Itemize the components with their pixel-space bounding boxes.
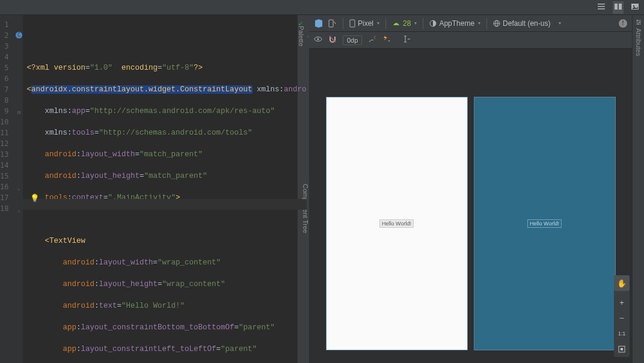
theme-label: AppTheme xyxy=(439,19,474,28)
globe-icon xyxy=(493,20,500,27)
preview-toolbar: Pixel▾ 28▾ AppTheme▾ Default (en-us)▾ ! xyxy=(309,15,632,32)
line-number: 5 xyxy=(0,63,23,73)
line-number: 14 xyxy=(0,160,23,171)
orientation-icon[interactable] xyxy=(327,19,337,28)
hello-textview[interactable]: Hello World! xyxy=(379,219,414,228)
line-number: 13 xyxy=(0,149,23,160)
phone-icon xyxy=(349,19,355,28)
code-area[interactable]: ✓ 💡 <?xml version="1.0" encoding="utf-8"… xyxy=(23,15,306,363)
line-number: 10 xyxy=(0,117,23,127)
svg-rect-11 xyxy=(350,20,355,27)
line-number: 6 xyxy=(0,73,23,84)
guidelines-icon[interactable] xyxy=(403,35,411,45)
svg-rect-0 xyxy=(598,4,605,5)
zoom-controls: ✋ + − 1:1 xyxy=(614,275,630,357)
device-design-view[interactable]: Hello World! xyxy=(326,97,468,350)
gutter: 1 2 3 4 5 6 7 8 9 10 11 12 13 14 15 16 1… xyxy=(0,15,23,363)
device-blueprint-view[interactable]: Hello World! xyxy=(474,97,616,350)
line-number: 15 xyxy=(0,171,23,182)
svg-rect-25 xyxy=(621,348,623,350)
device-selector[interactable]: Pixel▾ xyxy=(349,19,379,28)
split-view-icon[interactable] xyxy=(613,1,624,14)
api-label: 28 xyxy=(403,19,411,28)
layout-preview: Pixel▾ 28▾ AppTheme▾ Default (en-us)▾ ! … xyxy=(309,15,632,363)
svg-rect-2 xyxy=(598,8,605,10)
preview-canvas[interactable]: Hello World! Hello World! ✋ + − 1:1 xyxy=(309,49,632,363)
zoom-fit-icon[interactable] xyxy=(614,341,630,357)
svg-rect-4 xyxy=(619,4,622,10)
svg-point-29 xyxy=(636,20,637,21)
api-selector[interactable]: 28▾ xyxy=(392,19,417,28)
intention-bulb-icon[interactable]: 💡 xyxy=(30,194,40,204)
fold-end-icon: ⌞ xyxy=(15,204,20,210)
attributes-tab[interactable]: Attributes xyxy=(632,15,644,363)
view-options-icon[interactable] xyxy=(314,35,322,45)
infer-constraints-icon[interactable] xyxy=(382,35,391,45)
clear-constraints-icon[interactable] xyxy=(368,35,376,45)
code-editor: 1 2 3 4 5 6 7 8 9 10 11 12 13 14 15 16 1… xyxy=(0,15,297,363)
android-icon xyxy=(392,20,400,26)
warnings-icon[interactable]: ! xyxy=(619,19,627,28)
zoom-reset-button[interactable]: 1:1 xyxy=(614,326,630,341)
fold-end-icon: ⌞ xyxy=(15,183,20,188)
line-number: 1 xyxy=(0,19,23,30)
inspection-ok-icon[interactable]: ✓ xyxy=(298,19,302,29)
fold-handle-icon[interactable]: ⊟ xyxy=(15,31,20,37)
svg-point-19 xyxy=(388,40,390,41)
design-surface-icon[interactable] xyxy=(314,19,324,28)
preview-toolbar-secondary: 0dp xyxy=(309,32,632,49)
line-number: 12 xyxy=(0,138,23,149)
hello-textview-blueprint[interactable]: Hello World! xyxy=(527,219,562,228)
attributes-label: Attributes xyxy=(635,28,642,56)
pan-tool-icon[interactable]: ✋ xyxy=(614,275,630,291)
line-number: 11 xyxy=(0,127,23,138)
locale-label: Default (en-us) xyxy=(503,19,550,28)
svg-rect-3 xyxy=(615,4,618,10)
line-number: 4 xyxy=(0,52,23,63)
sliders-icon xyxy=(635,19,642,26)
zoom-in-button[interactable]: + xyxy=(614,294,630,310)
line-number: 8 xyxy=(0,95,23,106)
svg-rect-1 xyxy=(598,6,605,7)
default-margin-value[interactable]: 0dp xyxy=(343,35,362,45)
theme-icon xyxy=(429,20,437,27)
line-number: 17 xyxy=(0,192,23,203)
line-number: 3 xyxy=(0,41,23,52)
magnet-icon[interactable] xyxy=(328,35,337,45)
svg-rect-10 xyxy=(329,20,333,27)
device-label: Pixel xyxy=(358,19,373,28)
fold-handle-icon[interactable]: ⊟ xyxy=(15,107,20,112)
svg-point-17 xyxy=(317,38,319,40)
locale-selector[interactable]: Default (en-us)▾ xyxy=(493,19,561,28)
design-view-icon[interactable] xyxy=(631,2,639,13)
list-view-icon[interactable] xyxy=(597,2,606,13)
svg-point-6 xyxy=(633,5,634,6)
editor-mode-toolbar xyxy=(0,0,644,15)
line-number: 7 xyxy=(0,84,23,95)
theme-selector[interactable]: AppTheme▾ xyxy=(429,19,480,28)
svg-point-31 xyxy=(637,23,638,25)
zoom-out-button[interactable]: − xyxy=(614,310,630,326)
svg-point-30 xyxy=(639,22,640,23)
